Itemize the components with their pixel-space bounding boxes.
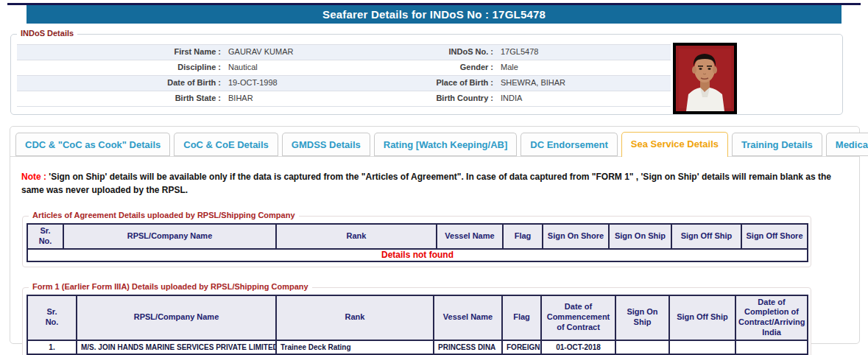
first-name-value: GAURAV KUMAR [221, 45, 414, 60]
tab-content-panel: CDC & "CoC as Cook" Details CoC & CoE De… [10, 126, 860, 344]
tab-cdc-coc-as-cook-details[interactable]: CDC & "CoC as Cook" Details [15, 133, 170, 156]
note-prefix: Note : [21, 172, 46, 182]
column-header-sign-off-shore: Sign Off Shore [741, 224, 808, 249]
form1-details-section: Form 1 (Earlier Form IIIA) Details uploa… [22, 287, 811, 355]
gender-value: Male [493, 60, 671, 75]
place-of-birth-value: SHEWRA, BIHAR [493, 76, 671, 91]
cell-company: M/S. JOIN HANDS MARINE SERVICES PRIVATE … [77, 340, 276, 354]
tab-training-details[interactable]: Training Details [732, 133, 822, 156]
column-header-sr-no: Sr. No. [27, 224, 63, 249]
first-name-label: First Name : [17, 45, 221, 60]
seafarer-photo-image [676, 46, 734, 111]
column-header-sign-on-ship: Sign On Ship [609, 224, 671, 249]
details-not-found-row: Details not found [27, 249, 808, 261]
cell-completion-date [735, 340, 808, 354]
detail-row-discipline: Discipline : Nautical Gender : Male [17, 60, 671, 76]
discipline-label: Discipline : [17, 60, 221, 75]
column-header-date-of-completion: Date of Completion of Contract/Arriving … [735, 295, 808, 340]
place-of-birth-label: Place of Birth : [414, 76, 493, 91]
birth-country-value: INDIA [493, 91, 671, 106]
tab-dc-endorsement[interactable]: DC Endorsement [521, 133, 617, 156]
column-header-vessel-name: Vessel Name [437, 224, 503, 249]
column-header-date-of-commencement: Date of Commencement of Contract [541, 295, 615, 340]
column-header-rank: Rank [276, 295, 434, 340]
tab-gmdss-details[interactable]: GMDSS Details [282, 133, 370, 156]
form1-header-row: Sr. No. RPSL/Company Name Rank Vessel Na… [27, 295, 808, 340]
page-title: Seafarer Details for INDoS No : 17GL5478 [27, 5, 841, 24]
cell-commencement-date: 01-OCT-2018 [541, 340, 615, 354]
column-header-sign-on-ship: Sign On Ship [615, 295, 669, 340]
cell-sign-off-ship [669, 340, 735, 354]
detail-row-date-of-birth: Date of Birth : 19-OCT-1998 Place of Bir… [17, 76, 671, 91]
indos-details-section: INDoS Details First Name : GAURAV KUMAR … [10, 34, 843, 115]
indos-details-legend: INDoS Details [17, 29, 77, 38]
page-header: Seafarer Details for INDoS No : 17GL5478 [7, 3, 861, 24]
form1-details-legend: Form 1 (Earlier Form IIIA) Details uploa… [29, 282, 312, 291]
form1-data-row: 1. M/S. JOIN HANDS MARINE SERVICES PRIVA… [27, 340, 808, 354]
tab-strip: CDC & "CoC as Cook" Details CoC & CoE De… [10, 127, 859, 157]
tab-rating-watch-keeping-ab[interactable]: Rating [Watch Keeping/AB] [374, 133, 518, 156]
cell-vessel-name: PRINCESS DINA [434, 340, 502, 354]
sign-on-ship-note: Note : 'Sign on Ship' details will be av… [21, 170, 848, 197]
column-header-company: RPSL/Company Name [77, 295, 276, 340]
seafarer-photo [673, 43, 737, 114]
form1-details-table: Sr. No. RPSL/Company Name Rank Vessel Na… [27, 295, 808, 355]
date-of-birth-label: Date of Birth : [17, 76, 221, 91]
column-header-rank: Rank [276, 224, 437, 249]
tab-coc-coe-details[interactable]: CoC & CoE Details [174, 133, 278, 156]
indos-no-value: 17GL5478 [493, 45, 671, 60]
indos-no-label: INDoS No. : [414, 45, 493, 60]
cell-rank: Trainee Deck Rating [276, 340, 434, 354]
birth-state-value: BIHAR [221, 91, 414, 106]
cell-sr-no: 1. [27, 340, 77, 354]
birth-state-label: Birth State : [17, 91, 221, 106]
column-header-sr-no: Sr. No. [27, 295, 77, 340]
detail-row-first-name: First Name : GAURAV KUMAR INDoS No. : 17… [17, 44, 671, 60]
discipline-value: Nautical [221, 60, 414, 75]
column-header-sign-off-ship: Sign Off Ship [669, 295, 735, 340]
detail-row-birth-state: Birth State : BIHAR Birth Country : INDI… [17, 91, 671, 107]
column-header-vessel-name: Vessel Name [434, 295, 502, 340]
details-not-found-message: Details not found [27, 249, 808, 261]
gender-label: Gender : [414, 60, 493, 75]
seafarer-details-page: { "header": { "title": "Seafarer Details… [0, 0, 868, 355]
birth-country-label: Birth Country : [414, 91, 493, 106]
note-text: 'Sign on Ship' details will be available… [21, 172, 831, 195]
tab-medical-fitness-certificate[interactable]: Medical Fitness Certificate [826, 133, 868, 156]
date-of-birth-value: 19-OCT-1998 [221, 76, 414, 91]
cell-flag: FOREIGN [502, 340, 541, 354]
articles-of-agreement-table: Sr. No. RPSL/Company Name Rank Vessel Na… [27, 223, 808, 262]
indos-details-grid: First Name : GAURAV KUMAR INDoS No. : 17… [17, 44, 671, 107]
articles-of-agreement-section: Articles of Agreement Details uploaded b… [22, 216, 811, 267]
column-header-flag: Flag [503, 224, 543, 249]
column-header-company: RPSL/Company Name [63, 224, 276, 249]
articles-header-row: Sr. No. RPSL/Company Name Rank Vessel Na… [27, 224, 808, 249]
column-header-flag: Flag [502, 295, 541, 340]
articles-of-agreement-legend: Articles of Agreement Details uploaded b… [29, 211, 299, 219]
tab-sea-service-details[interactable]: Sea Service Details [621, 132, 728, 157]
column-header-sign-on-shore: Sign On Shore [543, 224, 609, 249]
column-header-sign-off-ship: Sign Off Ship [671, 224, 741, 249]
cell-sign-on-ship [615, 340, 669, 354]
